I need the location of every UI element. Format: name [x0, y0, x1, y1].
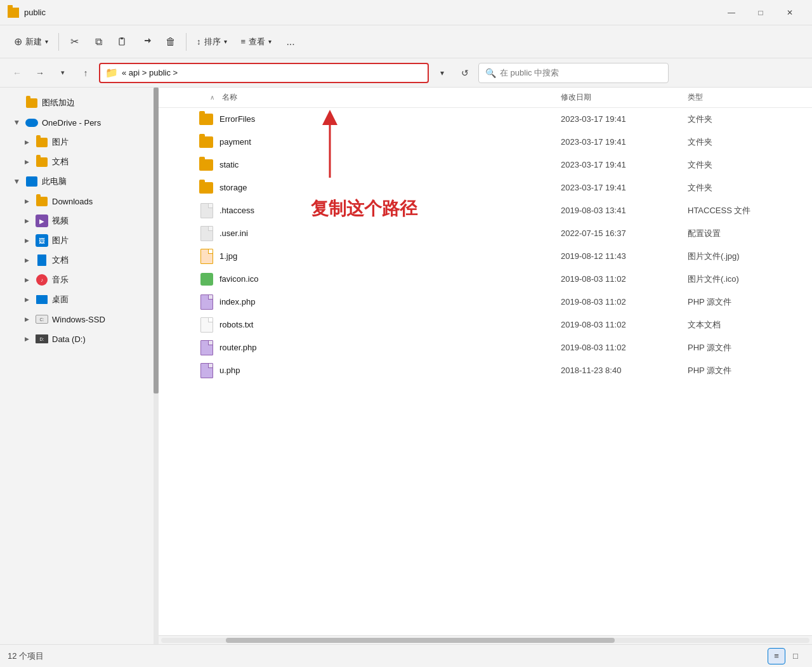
file-date-7: 2019-08-03 11:02 [561, 274, 688, 284]
table-row[interactable]: static2023-03-17 19:41文件夹 [159, 154, 812, 176]
main-content: 图纸加边OneDrive - Pers图片文档此电脑Downloads▶视频🖼图… [0, 88, 812, 644]
list-view-button[interactable]: ≡ [768, 648, 785, 664]
jpg-icon [200, 249, 213, 264]
more-button[interactable]: ... [279, 30, 302, 53]
file-icon-2 [169, 159, 219, 171]
sidebar-item-downloads[interactable]: Downloads [4, 192, 154, 211]
paste-button[interactable] [111, 30, 134, 53]
h-scrollbar[interactable] [159, 635, 812, 644]
file-type-6: 图片文件(.jpg) [688, 251, 802, 262]
sidebar-item-windows-ssd[interactable]: C:Windows-SSD [4, 310, 154, 329]
sidebar-item-pictures[interactable]: 图片 [4, 133, 154, 152]
address-box[interactable]: 📁 « api > public > [99, 63, 429, 83]
cut-button[interactable]: ✂ [63, 30, 86, 53]
file-name-4: .htaccess [219, 206, 561, 215]
sidebar-label-data-d: Data (D:) [52, 334, 86, 344]
h-scrollbar-thumb[interactable] [226, 638, 615, 643]
table-row[interactable]: favicon.ico2019-08-03 11:02图片文件(.ico) [159, 268, 812, 291]
sidebar-item-documents[interactable]: 文档 [4, 152, 154, 171]
sidebar-icon-data-d: D: [36, 333, 48, 345]
share-button[interactable] [135, 30, 158, 53]
sidebar-item-videos[interactable]: ▶视频 [4, 211, 154, 230]
expand-icon-docs2 [22, 255, 32, 265]
maximize-button[interactable]: □ [746, 3, 775, 23]
sidebar-icon-music: ♪ [36, 274, 48, 286]
table-row[interactable]: router.php2019-08-03 11:02PHP 源文件 [159, 336, 812, 359]
sidebar-icon-docs2 [36, 254, 48, 267]
sidebar-item-desktop[interactable]: 桌面 [4, 290, 154, 309]
search-box[interactable]: 🔍 [478, 63, 669, 83]
table-row[interactable]: storage2023-03-17 19:41文件夹 [159, 176, 812, 199]
sidebar-item-photos[interactable]: 🖼图片 [4, 231, 154, 250]
sidebar-label-music: 音乐 [52, 274, 69, 286]
file-type-11: PHP 源文件 [688, 365, 802, 376]
refresh-button[interactable]: ↺ [455, 63, 475, 83]
sort-button[interactable]: ↕ 排序 ▾ [190, 32, 233, 51]
sort-icon: ↕ [197, 37, 201, 46]
file-icon-10 [169, 340, 219, 355]
folder-icon [199, 136, 213, 148]
table-row[interactable]: u.php2018-11-23 8:40PHP 源文件 [159, 359, 812, 382]
search-input[interactable] [500, 68, 662, 77]
minimize-button[interactable]: — [717, 3, 746, 23]
new-icon: ⊕ [14, 36, 22, 48]
table-row[interactable]: 1.jpg2019-08-12 11:43图片文件(.jpg) [159, 245, 812, 268]
file-icon-3 [169, 182, 219, 194]
file-date-3: 2023-03-17 19:41 [561, 183, 688, 192]
sidebar: 图纸加边OneDrive - Pers图片文档此电脑Downloads▶视频🖼图… [0, 88, 159, 644]
table-row[interactable]: payment2023-03-17 19:41文件夹 [159, 131, 812, 154]
file-date-6: 2019-08-12 11:43 [561, 251, 688, 261]
col-name-header[interactable]: 名称 [219, 92, 561, 103]
sidebar-item-tuzhi[interactable]: 图纸加边 [4, 93, 154, 112]
table-row[interactable]: .htaccess2019-08-03 13:41HTACCESS 文件 [159, 199, 812, 222]
file-date-4: 2019-08-03 13:41 [561, 206, 688, 215]
address-dropdown-button[interactable]: ▾ [433, 63, 452, 83]
sidebar-item-onedrive[interactable]: OneDrive - Pers [4, 113, 154, 132]
sidebar-icon-photos: 🖼 [36, 234, 48, 247]
up-button[interactable]: ↑ [76, 63, 95, 83]
table-row[interactable]: ErrorFiles2023-03-17 19:41文件夹 [159, 108, 812, 131]
forward-button[interactable]: → [30, 63, 49, 83]
expand-icon-desktop [22, 294, 32, 305]
sidebar-label-tuzhi: 图纸加边 [42, 97, 75, 109]
close-button[interactable]: ✕ [775, 3, 804, 23]
sidebar-item-thispc[interactable]: 此电脑 [4, 172, 154, 191]
file-type-5: 配置设置 [688, 228, 802, 239]
file-date-10: 2019-08-03 11:02 [561, 343, 688, 352]
sidebar-scrollbar-thumb[interactable] [154, 88, 159, 393]
recent-button[interactable]: ▾ [53, 63, 72, 83]
file-name-1: payment [219, 137, 561, 147]
expand-icon-windows-ssd [22, 314, 32, 324]
sidebar-icon-windows-ssd: C: [36, 313, 48, 326]
col-date-header[interactable]: 修改日期 [561, 92, 688, 103]
file-name-9: robots.txt [219, 320, 561, 329]
delete-button[interactable]: 🗑 [159, 30, 182, 53]
file-icon-7 [169, 273, 219, 286]
back-button[interactable]: ← [8, 63, 27, 83]
view-button[interactable]: ≡ 查看 ▾ [235, 32, 278, 51]
sidebar-item-data-d[interactable]: D:Data (D:) [4, 329, 154, 348]
file-name-6: 1.jpg [219, 251, 561, 261]
table-row[interactable]: index.php2019-08-03 11:02PHP 源文件 [159, 291, 812, 314]
col-type-header[interactable]: 类型 [688, 92, 802, 103]
grid-view-button[interactable]: □ [787, 648, 804, 664]
txt-icon [200, 317, 213, 333]
address-path: « api > public > [122, 68, 178, 77]
file-icon-6 [169, 249, 219, 264]
table-row[interactable]: robots.txt2019-08-03 11:02文本文档 [159, 314, 812, 336]
file-icon-8 [169, 294, 219, 310]
file-type-7: 图片文件(.ico) [688, 274, 802, 285]
new-button[interactable]: ⊕ 新建 ▾ [8, 32, 55, 51]
sidebar-item-docs2[interactable]: 文档 [4, 251, 154, 270]
ini-icon [200, 226, 213, 241]
sidebar-icon-downloads [36, 195, 48, 208]
sidebar-item-music[interactable]: ♪音乐 [4, 270, 154, 289]
sidebar-icon-thispc [25, 175, 38, 188]
sidebar-label-docs2: 文档 [52, 254, 69, 266]
php-icon [200, 363, 213, 378]
expand-icon-downloads [22, 196, 32, 206]
address-bar-row: ← → ▾ ↑ 📁 « api > public > ▾ ↺ 🔍 [0, 58, 812, 88]
copy-button[interactable]: ⧉ [87, 30, 110, 53]
table-row[interactable]: .user.ini2022-07-15 16:37配置设置 [159, 222, 812, 245]
file-list: ErrorFiles2023-03-17 19:41文件夹payment2023… [159, 108, 812, 635]
